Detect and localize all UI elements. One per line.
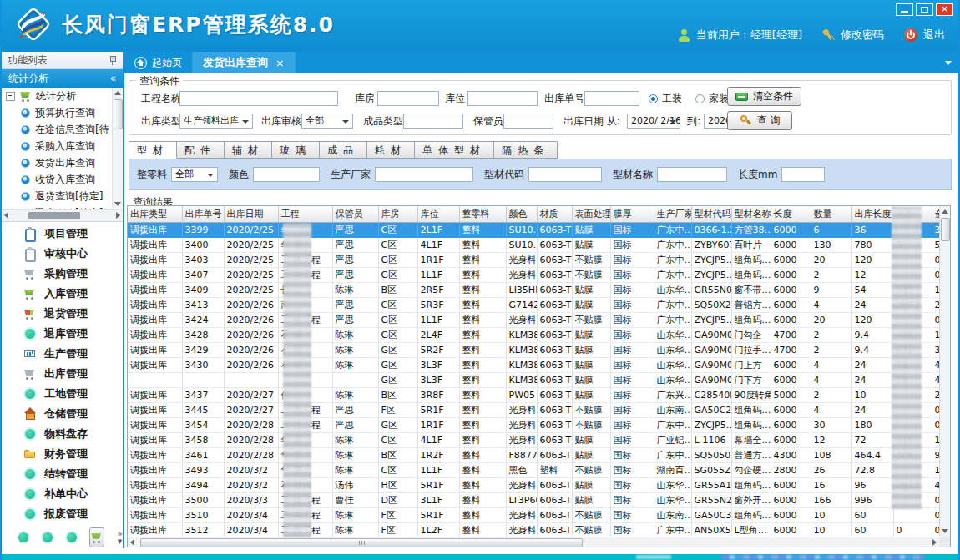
table-row[interactable]: 调拨出库34542020/2/28工 共工程严思G区1R1F整料光身料6063-… [128, 418, 951, 433]
module-item[interactable]: 仓储管理 [2, 404, 123, 423]
tree-expander-icon[interactable] [6, 92, 15, 101]
column-header[interactable]: 工程 [278, 206, 332, 223]
material-tab[interactable]: 玻璃 [272, 141, 320, 159]
product-type-input[interactable] [403, 114, 463, 129]
sidebar-section-header[interactable]: 统计分析 « [2, 69, 123, 88]
tree-hscroll-thumb[interactable] [28, 212, 80, 219]
column-header[interactable]: 材质 [537, 206, 572, 223]
tab-close-icon[interactable]: × [275, 57, 285, 69]
clear-conditions-button[interactable]: 清空条件 [727, 87, 801, 106]
table-row[interactable]: 调拨出库34372020/2/27佛 …陈琳B区3R8F整料PW056063-T… [128, 388, 951, 403]
scroll-up-icon[interactable] [942, 209, 948, 214]
column-header[interactable]: 库房 [378, 206, 417, 223]
column-header[interactable]: 出库单号 [182, 206, 224, 223]
table-row[interactable]: 调拨出库35002020/3/3工 共工程曹佳D区3L1F整料LT3P60606… [128, 493, 951, 508]
table-row[interactable]: 调拨出库34452020/2/27工 共工程严思F区5R1F整料光身料6063-… [128, 403, 951, 418]
table-row[interactable]: 调拨出库34282020/2/26石 城陈琳G区2L4F整料KLM3817606… [128, 328, 951, 343]
table-row[interactable]: 调拨出库34302020/2/26石 城陈琳G区3L3F整料KLM3817606… [128, 358, 951, 373]
table-horizontal-scrollbar[interactable] [128, 537, 939, 547]
material-tab[interactable]: 单体型材 [415, 141, 494, 159]
material-tab[interactable]: 成品 [320, 141, 367, 159]
circle-icon[interactable] [65, 531, 77, 544]
part-select[interactable]: 全部 [171, 167, 218, 182]
radio-industrial[interactable] [649, 94, 658, 103]
change-password-link[interactable]: 修改密码 [841, 28, 884, 43]
module-item[interactable]: 采购管理 [2, 265, 123, 284]
material-tab[interactable]: 配件 [177, 141, 225, 159]
maximize-button[interactable] [916, 3, 933, 16]
pin-icon[interactable] [109, 55, 117, 66]
tree-item[interactable]: 在途信息查询[待 [2, 121, 123, 138]
manufacturer-input[interactable] [375, 167, 473, 182]
column-header[interactable]: 库位 [417, 206, 459, 223]
table-row[interactable]: 调拨出库34132020/2/26南 …严思C区5R3F整料G714226063… [128, 298, 951, 313]
table-vertical-scrollbar[interactable] [939, 206, 950, 537]
table-row[interactable]: 调拨出库34292020/2/26石 城陈琳G区5R2F整料KLM3817606… [128, 343, 951, 358]
module-item[interactable]: 结转管理 [2, 464, 123, 483]
table-row[interactable]: 调拨出库34032020/2/25工 共工程严思G区1R1F整料光身料6063-… [128, 253, 951, 268]
logout-link[interactable]: 退出 [923, 28, 945, 43]
table-row[interactable]: 调拨出库34072020/2/25工 共工程严思G区1L1F整料光身料6063-… [128, 268, 951, 283]
tree-vscroll-thumb[interactable] [114, 99, 123, 129]
keeper-input[interactable] [503, 114, 553, 129]
scroll-down-icon[interactable] [942, 529, 948, 533]
circle-icon[interactable] [17, 531, 28, 544]
column-header[interactable]: 表面处理 [572, 206, 610, 223]
column-header[interactable]: 整零料 [459, 206, 506, 223]
tree-item[interactable]: 采购入库查询 [2, 138, 123, 154]
minimize-button[interactable] [896, 3, 913, 16]
tree-item[interactable]: 发货出库查询 [2, 154, 123, 171]
material-tab[interactable]: 隔热条 [494, 141, 558, 159]
close-button[interactable]: × [936, 3, 953, 16]
length-input[interactable] [781, 167, 825, 182]
column-header[interactable]: 长度 [771, 206, 811, 223]
tab-list-dropdown-icon[interactable] [945, 61, 952, 65]
module-item[interactable]: 项目管理 [2, 225, 123, 244]
column-header[interactable]: 保管员 [332, 206, 378, 223]
module-item[interactable]: 出库管理 [2, 365, 123, 384]
cart-toolbar-button[interactable] [89, 527, 104, 547]
material-tab[interactable]: 辅材 [225, 141, 272, 159]
table-row[interactable]: 调拨出库34242020/2/26工 共工程严思G区1L1F整料光身料6063-… [128, 313, 951, 328]
table-row[interactable]: 调拨出库34932020/3/2华 原…陈琳C区1L1F整料黑色塑料不贴膜国标湖… [128, 463, 951, 478]
material-tab[interactable]: 耗材 [367, 141, 415, 159]
table-row[interactable]: 调拨出库34942020/3/2石 辉城汤伟H区5R1F整料光身料6063-T5… [128, 478, 951, 493]
tab-home[interactable]: 起始页 [124, 52, 192, 73]
module-item[interactable]: 物料盘存 [2, 424, 123, 443]
table-row[interactable]: 调拨出库34002020/2/25华 原…严思C区4L1F整料SU10…6063… [128, 238, 951, 253]
circle-icon[interactable] [41, 531, 53, 544]
audit-select[interactable]: 全部 [301, 114, 353, 129]
table-row[interactable]: 调拨出库34612020/2/28华 原…陈琳B区1R2F整料F8877FT60… [128, 448, 951, 463]
tree-item[interactable]: 预算执行查询 [2, 104, 123, 121]
color-input[interactable] [253, 167, 320, 182]
tree-item[interactable]: 退货查询[待定] [2, 188, 123, 204]
table-hscroll-thumb[interactable] [140, 538, 583, 547]
scroll-right-icon[interactable] [116, 212, 120, 219]
table-row[interactable]: 调拨出库34092020/2/25长 …陈琳B区2R5F整料LI35HD6063… [128, 283, 951, 298]
name-input[interactable] [657, 167, 727, 182]
table-row[interactable]: 调拨出库34582020/2/28华 原…陈琳C区4L1F整料光身料6063-T… [128, 433, 951, 448]
table-row[interactable]: G区3L3F整料KLM38176063-T5贴膜国标山东华…GA90M09…门下… [128, 373, 951, 388]
code-input[interactable] [528, 167, 602, 182]
module-item[interactable]: 补单中心 [2, 484, 123, 503]
column-header[interactable]: 数量 [811, 206, 851, 223]
table-row[interactable]: 调拨出库35122020/3/4工 共工程陈琳F区1L2F整料光身料6063-T… [128, 523, 951, 538]
module-item[interactable]: 财务管理 [2, 444, 123, 463]
tree-root[interactable]: 统计分析 [2, 88, 123, 104]
date-from-select[interactable]: 2020/ 2/16 [627, 114, 680, 129]
material-tab[interactable]: 型材 [129, 141, 177, 159]
column-header[interactable]: 膜厚 [610, 206, 654, 223]
column-header[interactable]: 型材代码 [691, 206, 731, 223]
search-button[interactable]: 查 询 [727, 111, 792, 130]
project-name-input[interactable] [179, 91, 338, 106]
tree-vertical-scrollbar[interactable] [112, 88, 123, 209]
scroll-down-icon[interactable] [114, 202, 121, 206]
module-item[interactable]: 退货管理 [2, 305, 123, 324]
column-header[interactable]: 出库日期 [224, 206, 278, 223]
location-input[interactable] [467, 91, 538, 106]
column-header[interactable]: 型材名称 [731, 206, 771, 223]
module-item[interactable]: 工地管理 [2, 384, 123, 403]
outbound-type-select[interactable]: 生产领料出库 [179, 114, 253, 129]
scroll-right-icon[interactable] [932, 539, 937, 546]
scroll-left-icon[interactable] [4, 212, 8, 219]
